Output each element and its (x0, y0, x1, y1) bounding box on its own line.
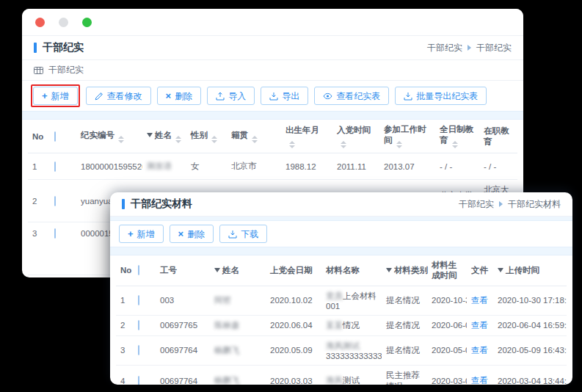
page-title: 干部纪实 (34, 41, 84, 54)
materials-table: No 工号 姓名 上党会日期 材料名称 材料类别 材料生成时间 文件 上传时间 … (116, 255, 567, 385)
x-icon (166, 91, 172, 101)
row-checkbox[interactable] (54, 228, 56, 239)
sort-icon[interactable] (211, 136, 217, 143)
import-button[interactable]: 导入 (207, 87, 255, 105)
header-material-category: 材料类别 (382, 255, 427, 286)
cell-employee-id: 00697764 (156, 365, 210, 385)
sort-icon[interactable] (341, 141, 346, 148)
cell-category: 提名情况 (382, 315, 427, 335)
view-file-link[interactable]: 查看 (471, 296, 488, 305)
export-label: 导出 (282, 92, 299, 101)
breadcrumb-item[interactable]: 干部纪实 (459, 198, 494, 211)
table-header-row: No 工号 姓名 上党会日期 材料名称 材料类别 材料生成时间 文件 上传时间 (116, 255, 567, 286)
table-header-row: No 纪实编号 姓名 性别 籍贯 出生年月 入党时间 参加工作时间 全日制教育 … (28, 120, 517, 153)
add-button-label: 新增 (137, 230, 155, 239)
row-checkbox[interactable] (54, 161, 56, 172)
cell-no: 3 (28, 222, 50, 275)
cell-employee-id: 00697764 (156, 335, 210, 365)
page-title-text: 干部纪实材料 (131, 197, 192, 211)
row-checkbox[interactable] (138, 320, 139, 330)
traffic-light-close-icon[interactable] (35, 18, 45, 27)
breadcrumb-item[interactable]: 干部纪实 (427, 42, 462, 54)
sort-icon[interactable] (452, 141, 458, 148)
add-button[interactable]: 新增 (119, 225, 164, 243)
select-all-checkbox[interactable] (54, 131, 56, 142)
breadcrumb-current: 干部纪实材料 (508, 198, 561, 211)
sort-icon[interactable] (175, 136, 181, 143)
view-file-link[interactable]: 查看 (471, 321, 488, 330)
cell-category: 提名情况 (382, 335, 427, 365)
view-record-sheet-button[interactable]: 查看纪实表 (314, 87, 389, 105)
cell-no: 1 (28, 153, 50, 180)
cell-name: 测发语 (142, 153, 186, 180)
table-row: 3 00697764 杨鹏飞 2020.05.09 海风测试3333333333… (116, 335, 567, 365)
sort-icon[interactable] (118, 136, 124, 143)
cell-select (134, 286, 156, 315)
breadcrumb-arrow-icon (468, 45, 471, 51)
cell-no: 1 (116, 286, 134, 315)
add-button[interactable]: 新增 (33, 87, 78, 105)
section-divider (22, 111, 523, 120)
row-checkbox[interactable] (138, 295, 139, 305)
sort-icon[interactable] (396, 141, 402, 148)
filter-icon[interactable] (498, 268, 503, 272)
select-all-checkbox[interactable] (138, 265, 139, 275)
view-file-link[interactable]: 查看 (471, 376, 488, 385)
view-edit-button[interactable]: 查看修改 (86, 87, 151, 105)
upload-icon (216, 92, 225, 101)
batch-export-button[interactable]: 批量导出纪实表 (395, 87, 487, 105)
plus-icon (42, 91, 48, 101)
delete-label: 删除 (175, 92, 192, 101)
delete-button[interactable]: 删除 (157, 87, 202, 105)
export-button[interactable]: 导出 (261, 87, 308, 105)
cell-name: 杨鹏飞 (210, 335, 266, 365)
sort-icon[interactable] (252, 136, 258, 143)
add-button-label: 新增 (51, 92, 69, 101)
title-accent-bar (122, 199, 125, 209)
cell-select (134, 315, 156, 335)
view-file-link[interactable]: 查看 (471, 346, 488, 355)
filter-icon[interactable] (386, 268, 392, 272)
cell-category: 民主推荐情况 (382, 365, 427, 385)
download-icon (404, 92, 412, 101)
view-record-sheet-label: 查看纪实表 (336, 92, 380, 101)
cell-meeting-date: 2020.06.04 (266, 315, 321, 335)
header-generated-time: 材料生成时间 (427, 255, 467, 286)
header-material-name: 材料名称 (321, 255, 382, 286)
header-native-place: 籍贯 (227, 120, 281, 153)
table-row: 1 18000001595520000 测发语 女 北京市 1988.12 20… (28, 153, 517, 180)
cell-file: 查看 (467, 315, 493, 335)
title-accent-bar (34, 43, 37, 53)
cell-material-name: 某某情况 (321, 315, 382, 335)
delete-button[interactable]: 删除 (170, 225, 214, 243)
header-upload-time: 上传时间 (493, 255, 567, 286)
filter-icon[interactable] (214, 268, 220, 272)
download-label: 下载 (241, 230, 258, 239)
download-icon (228, 230, 237, 239)
table-row: 1 003 阿哲 2020.10.02 党员上会材料001 提名情况 2020-… (116, 286, 567, 315)
traffic-light-zoom-icon[interactable] (82, 18, 92, 27)
row-checkbox[interactable] (54, 196, 56, 206)
row-checkbox[interactable] (138, 345, 139, 355)
download-button[interactable]: 下载 (219, 225, 267, 243)
header-meeting-date: 上党会日期 (266, 255, 321, 286)
table-row: 2 00697765 陈林森 2020.06.04 某某情况 提名情况 2020… (116, 315, 567, 335)
page-title-text: 干部纪实 (43, 41, 84, 54)
page-header: 干部纪实材料 干部纪实 干部纪实材料 (110, 192, 572, 217)
table-grid-icon (34, 66, 43, 75)
window-cadre-record-materials: 干部纪实材料 干部纪实 干部纪实材料 新增 删除 (110, 192, 572, 385)
breadcrumb-arrow-icon (499, 201, 503, 207)
cell-select (50, 275, 76, 278)
cell-name: 杨鹏飞 (210, 365, 266, 385)
row-checkbox[interactable] (138, 376, 139, 385)
traffic-light-minimize-icon[interactable] (59, 18, 68, 27)
filter-icon[interactable] (147, 133, 153, 137)
sort-icon[interactable] (289, 141, 295, 148)
cell-material-name: 海风测试 (321, 365, 382, 385)
cell-generated: 2020-03-04 (427, 365, 467, 385)
cell-birth: 1988.12 (281, 153, 332, 180)
cell-fulltime: - / - (435, 153, 479, 180)
cell-party: 2011.11 (332, 153, 379, 180)
edit-icon (95, 92, 103, 101)
cell-name: 阿哲 (210, 286, 266, 315)
